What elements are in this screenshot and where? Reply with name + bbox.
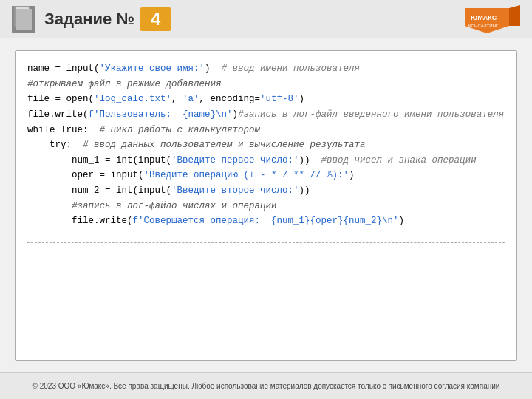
svg-rect-1 [16, 7, 29, 25]
task-number: 4 [140, 7, 171, 31]
code-line-1: name = input('Укажите свое имя:') # ввод… [27, 61, 505, 77]
code-line-10: #запись в лог-файло числах и операции [27, 199, 505, 214]
svg-text:ЮМАКС: ЮМАКС [471, 14, 497, 21]
task-label: Задание № [44, 10, 134, 29]
code-line-8: oper = input('Введите операцию (+ - * / … [27, 168, 505, 183]
svg-rect-0 [14, 6, 30, 27]
code-line-9: num_2 = int(input('Введите второе число:… [27, 183, 505, 199]
code-box: name = input('Укажите свое имя:') # ввод… [15, 50, 517, 361]
code-line-4: file.write(f'Пользователь: {name}\n')#за… [27, 107, 505, 123]
document-icon [12, 6, 35, 33]
code-line-7: num_1 = int(input('Введите первое число:… [27, 153, 505, 168]
code-line-3: file = open('log_calc.txt', 'a', encodin… [27, 92, 505, 107]
main-content: name = input('Укажите свое имя:') # ввод… [0, 38, 532, 372]
code-divider [27, 242, 505, 243]
header: Задание № 4 ЮМАКС КОНСАЛТИНГ [0, 0, 532, 38]
code-line-2: #открываем файл в режиме добавления [27, 77, 505, 92]
svg-text:КОНСАЛТИНГ: КОНСАЛТИНГ [468, 24, 499, 28]
footer-text: © 2023 ООО «Юмакс». Все права защищены. … [33, 382, 500, 390]
footer: © 2023 ООО «Юмакс». Все права защищены. … [0, 372, 532, 399]
code-line-5: while True: # цикл работы с калькуляторо… [27, 123, 505, 138]
code-line-11: file.write(f'Совершается операция: {num_… [27, 214, 505, 229]
logo: ЮМАКС КОНСАЛТИНГ [461, 4, 520, 34]
svg-marker-6 [509, 5, 520, 26]
code-line-6: try: # ввод данных пользователем и вычис… [27, 137, 505, 153]
